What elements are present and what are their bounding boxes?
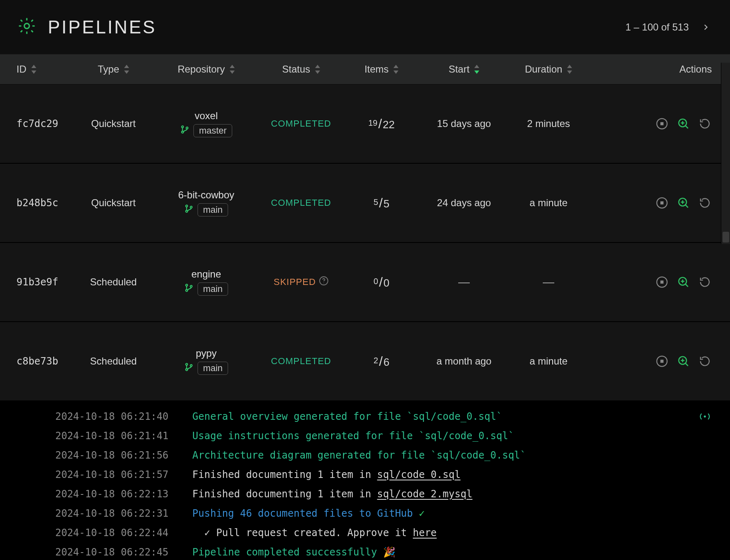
svg-line-41 xyxy=(685,284,688,287)
zoom-in-button[interactable] xyxy=(676,354,690,368)
header-left: PIPELINES xyxy=(17,16,156,38)
branch-badge: main xyxy=(198,282,228,296)
sort-icon xyxy=(31,65,36,74)
page-title: PIPELINES xyxy=(48,17,156,38)
col-duration-label: Duration xyxy=(525,64,563,75)
svg-marker-13 xyxy=(567,65,572,68)
table-row[interactable]: 91b3e9fScheduledenginemainSKIPPED 0/0—— xyxy=(0,243,730,322)
svg-rect-48 xyxy=(660,360,664,363)
scrollbar-thumb[interactable] xyxy=(723,232,729,242)
repo-branch-row: master xyxy=(180,124,232,137)
cell-repository: 6-bit-cowboymain xyxy=(153,189,260,216)
branch-icon xyxy=(184,362,193,375)
log-link[interactable]: sql/code_2.mysql xyxy=(377,488,472,500)
branch-icon xyxy=(184,282,193,296)
svg-marker-3 xyxy=(124,65,129,68)
svg-point-26 xyxy=(190,206,192,208)
svg-marker-8 xyxy=(315,71,320,74)
status-badge: COMPLETED xyxy=(271,198,331,208)
svg-rect-39 xyxy=(660,280,664,284)
table-row[interactable]: c8be73bScheduledpypymainCOMPLETED2/6a mo… xyxy=(0,322,730,401)
status-badge: SKIPPED xyxy=(273,277,316,287)
cell-repository: voxelmaster xyxy=(153,110,260,137)
cell-status: SKIPPED xyxy=(260,276,342,288)
zoom-in-button[interactable] xyxy=(676,275,690,289)
rerun-button[interactable] xyxy=(698,196,712,210)
svg-point-33 xyxy=(186,284,188,286)
help-icon[interactable] xyxy=(319,276,329,288)
branch-badge: master xyxy=(193,124,232,137)
rerun-button[interactable] xyxy=(698,354,712,368)
cell-id: 91b3e9f xyxy=(4,276,74,288)
col-items-label: Items xyxy=(365,64,389,75)
scrollbar[interactable] xyxy=(721,63,730,244)
svg-marker-7 xyxy=(315,65,320,68)
repo-branch-row: main xyxy=(184,362,228,375)
pagination-text: 1 – 100 of 513 xyxy=(626,21,689,33)
branch-badge: main xyxy=(198,203,228,216)
svg-point-17 xyxy=(186,127,188,129)
svg-point-16 xyxy=(182,131,184,133)
next-page-button[interactable] xyxy=(699,20,713,34)
cell-actions xyxy=(590,275,726,289)
col-start[interactable]: Start xyxy=(421,64,507,75)
cell-actions xyxy=(590,354,726,368)
sort-icon xyxy=(393,65,398,74)
repo-name: voxel xyxy=(195,110,218,122)
branch-badge: main xyxy=(198,362,228,375)
log-line: 2024-10-18 06:21:57 Finished documenting… xyxy=(55,465,730,485)
svg-point-53 xyxy=(704,416,706,418)
svg-point-0 xyxy=(24,24,29,28)
repo-name: pypy xyxy=(196,348,217,359)
cell-status: COMPLETED xyxy=(260,198,342,208)
stop-button[interactable] xyxy=(655,196,669,210)
rerun-button[interactable] xyxy=(698,117,712,131)
svg-marker-9 xyxy=(393,65,398,68)
log-line: 2024-10-18 06:21:41 Usage instructions g… xyxy=(55,426,730,446)
svg-point-15 xyxy=(182,126,184,128)
svg-point-44 xyxy=(186,363,188,365)
svg-point-34 xyxy=(186,289,188,292)
cell-start: — xyxy=(421,275,507,289)
log-line: 2024-10-18 06:22:44 ✓ Pull request creat… xyxy=(55,523,730,543)
svg-point-24 xyxy=(186,205,188,207)
sort-icon xyxy=(567,65,572,74)
cell-status: COMPLETED xyxy=(260,356,342,367)
svg-line-50 xyxy=(685,363,688,366)
col-actions: Actions xyxy=(590,64,726,75)
col-type[interactable]: Type xyxy=(74,64,153,75)
cell-type: Quickstart xyxy=(74,118,153,129)
cell-start: 24 days ago xyxy=(421,197,507,209)
col-duration[interactable]: Duration xyxy=(507,64,590,75)
cell-actions xyxy=(590,196,726,210)
log-line: 2024-10-18 06:22:45 Pipeline completed s… xyxy=(55,543,730,560)
cell-type: Quickstart xyxy=(74,197,153,209)
sort-icon xyxy=(124,65,129,74)
table-header: ID Type Repository Status Items xyxy=(0,54,730,85)
rerun-button[interactable] xyxy=(698,275,712,289)
svg-point-35 xyxy=(190,285,192,287)
cell-items: 2/6 xyxy=(342,354,421,369)
col-type-label: Type xyxy=(98,64,119,75)
repo-branch-row: main xyxy=(184,282,228,296)
sort-icon xyxy=(474,65,479,74)
svg-point-45 xyxy=(186,369,188,371)
log-link[interactable]: here xyxy=(413,527,437,539)
svg-line-30 xyxy=(685,205,688,207)
table-body: fc7dc29QuickstartvoxelmasterCOMPLETED19/… xyxy=(0,85,730,401)
col-repository[interactable]: Repository xyxy=(153,64,260,75)
zoom-in-button[interactable] xyxy=(676,117,690,131)
col-id[interactable]: ID xyxy=(4,64,74,75)
stop-button[interactable] xyxy=(655,354,669,368)
svg-marker-14 xyxy=(567,71,572,74)
table-row[interactable]: fc7dc29QuickstartvoxelmasterCOMPLETED19/… xyxy=(0,85,730,164)
cell-actions xyxy=(590,117,726,131)
stop-button[interactable] xyxy=(655,275,669,289)
zoom-in-button[interactable] xyxy=(676,196,690,210)
table-row[interactable]: b248b5cQuickstart6-bit-cowboymainCOMPLET… xyxy=(0,164,730,243)
col-items[interactable]: Items xyxy=(342,64,421,75)
stop-button[interactable] xyxy=(655,117,669,131)
col-status[interactable]: Status xyxy=(260,64,342,75)
cell-id: fc7dc29 xyxy=(4,118,74,129)
log-link[interactable]: sql/code_0.sql xyxy=(377,469,460,480)
